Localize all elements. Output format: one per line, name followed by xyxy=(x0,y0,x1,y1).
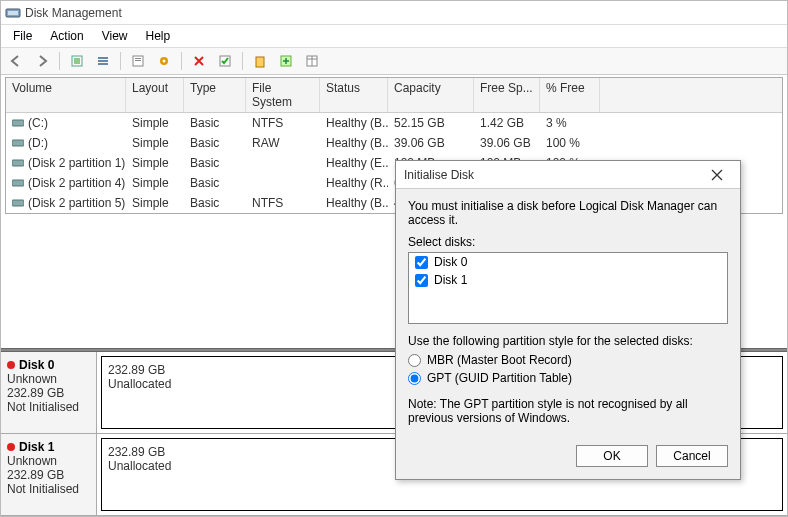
toolbar xyxy=(1,47,787,75)
window-title: Disk Management xyxy=(25,6,122,20)
dialog-buttons: OK Cancel xyxy=(396,437,740,479)
th-free[interactable]: Free Sp... xyxy=(474,78,540,112)
add-icon[interactable] xyxy=(275,50,297,72)
th-volume[interactable]: Volume xyxy=(6,78,126,112)
disk-select-list[interactable]: Disk 0Disk 1 xyxy=(408,252,728,324)
mbr-label: MBR (Master Boot Record) xyxy=(427,353,572,367)
th-spacer xyxy=(600,78,782,112)
svg-rect-8 xyxy=(135,58,141,59)
svg-rect-9 xyxy=(135,60,141,61)
th-capacity[interactable]: Capacity xyxy=(388,78,474,112)
svg-rect-20 xyxy=(12,160,24,166)
ok-button[interactable]: OK xyxy=(576,445,648,467)
th-status[interactable]: Status xyxy=(320,78,388,112)
disk-checkbox-row[interactable]: Disk 0 xyxy=(409,253,727,271)
menu-file[interactable]: File xyxy=(5,27,40,45)
disk-header: Disk 1Unknown232.89 GBNot Initialised xyxy=(1,434,97,515)
svg-rect-21 xyxy=(12,180,24,186)
table-row[interactable]: (C:)SimpleBasicNTFSHealthy (B...52.15 GB… xyxy=(6,113,782,133)
svg-rect-22 xyxy=(12,200,24,206)
dialog-titlebar: Initialise Disk xyxy=(396,161,740,189)
disk-checkbox-label: Disk 1 xyxy=(434,273,467,287)
initialise-disk-dialog: Initialise Disk You must initialise a di… xyxy=(395,160,741,480)
warning-icon xyxy=(7,443,15,451)
svg-rect-4 xyxy=(98,57,108,59)
dialog-message: You must initialise a disk before Logica… xyxy=(408,199,728,227)
delete-icon[interactable] xyxy=(188,50,210,72)
app-icon xyxy=(5,5,21,21)
dialog-title: Initialise Disk xyxy=(404,168,474,182)
mbr-radio[interactable] xyxy=(408,354,421,367)
disk-checkbox-label: Disk 0 xyxy=(434,255,467,269)
dialog-note: Note: The GPT partition style is not rec… xyxy=(408,397,728,425)
th-type[interactable]: Type xyxy=(184,78,246,112)
refresh-icon[interactable] xyxy=(66,50,88,72)
gpt-option[interactable]: GPT (GUID Partition Table) xyxy=(408,369,728,387)
table-row[interactable]: (D:)SimpleBasicRAWHealthy (B...39.06 GB3… xyxy=(6,133,782,153)
menu-action[interactable]: Action xyxy=(42,27,91,45)
list-icon[interactable] xyxy=(92,50,114,72)
titlebar: Disk Management xyxy=(1,1,787,25)
partition-style-label: Use the following partition style for th… xyxy=(408,334,728,348)
svg-rect-3 xyxy=(74,58,80,64)
new-volume-icon[interactable] xyxy=(249,50,271,72)
th-pct[interactable]: % Free xyxy=(540,78,600,112)
table-header: Volume Layout Type File System Status Ca… xyxy=(6,78,782,113)
svg-rect-19 xyxy=(12,140,24,146)
mbr-option[interactable]: MBR (Master Boot Record) xyxy=(408,351,728,369)
th-layout[interactable]: Layout xyxy=(126,78,184,112)
gpt-radio[interactable] xyxy=(408,372,421,385)
properties-icon[interactable] xyxy=(127,50,149,72)
settings-icon[interactable] xyxy=(153,50,175,72)
warning-icon xyxy=(7,361,15,369)
th-filesystem[interactable]: File System xyxy=(246,78,320,112)
menubar: File Action View Help xyxy=(1,25,787,47)
back-button[interactable] xyxy=(5,50,27,72)
svg-rect-6 xyxy=(98,63,108,65)
svg-rect-13 xyxy=(256,57,264,67)
svg-rect-5 xyxy=(98,60,108,62)
disk-checkbox[interactable] xyxy=(415,274,428,287)
cancel-button[interactable]: Cancel xyxy=(656,445,728,467)
dialog-body: You must initialise a disk before Logica… xyxy=(396,189,740,437)
gpt-label: GPT (GUID Partition Table) xyxy=(427,371,572,385)
svg-rect-1 xyxy=(8,11,18,15)
disk-header: Disk 0Unknown232.89 GBNot Initialised xyxy=(1,352,97,433)
svg-point-11 xyxy=(163,60,166,63)
menu-help[interactable]: Help xyxy=(138,27,179,45)
checkbox-icon[interactable] xyxy=(214,50,236,72)
disk-checkbox[interactable] xyxy=(415,256,428,269)
menu-view[interactable]: View xyxy=(94,27,136,45)
disk-checkbox-row[interactable]: Disk 1 xyxy=(409,271,727,289)
select-disks-label: Select disks: xyxy=(408,235,728,249)
forward-button[interactable] xyxy=(31,50,53,72)
close-button[interactable] xyxy=(702,164,732,186)
table-icon[interactable] xyxy=(301,50,323,72)
svg-rect-18 xyxy=(12,120,24,126)
